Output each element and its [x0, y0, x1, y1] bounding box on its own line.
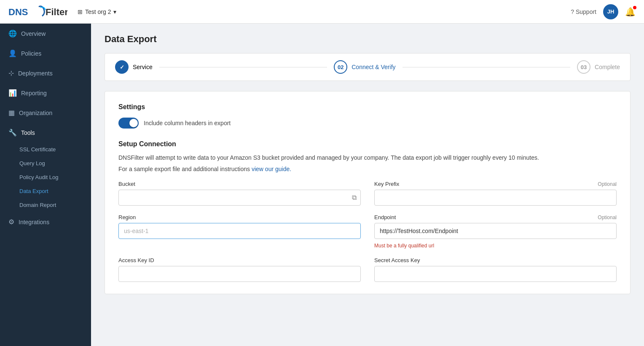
header-right: ? Support JH 🔔 — [571, 4, 636, 19]
logo[interactable]: DNS Filter — [8, 4, 67, 19]
table-icon: ▦ — [8, 109, 15, 117]
bar-chart-icon: 📊 — [8, 89, 17, 97]
svg-text:DNS: DNS — [8, 7, 28, 17]
main-content: Data Export ✓ Service 02 Connect & Verif… — [91, 24, 644, 346]
access-key-id-label: Access Key ID — [118, 257, 154, 263]
step-connect-verify-label: Connect & Verify — [352, 64, 395, 70]
secret-access-key-field-group: Secret Access Key — [374, 257, 617, 282]
svg-text:Filter: Filter — [46, 7, 67, 17]
sidebar-item-policy-audit-log[interactable]: Policy Audit Log — [0, 170, 91, 184]
bucket-input-wrapper: ⧉ — [118, 190, 361, 206]
settings-title: Settings — [118, 103, 617, 111]
access-key-id-input[interactable] — [118, 266, 361, 282]
key-prefix-label: Key Prefix — [374, 181, 399, 187]
region-label: Region — [118, 214, 136, 220]
header: DNS Filter ⊞ Test org 2 ▾ ? Support JH 🔔 — [0, 0, 644, 24]
connection-form: Bucket ⧉ Key Prefix Optional — [118, 181, 617, 282]
step-service-label: Service — [133, 64, 153, 70]
column-headers-toggle[interactable] — [118, 118, 139, 129]
sidebar-item-ssl-certificate[interactable]: SSL Certificate — [0, 142, 91, 156]
user-avatar[interactable]: JH — [603, 4, 618, 19]
secret-access-key-label: Secret Access Key — [374, 257, 420, 263]
settings-section: Settings Include column headers in expor… — [118, 103, 617, 129]
access-key-id-field-group: Access Key ID — [118, 257, 361, 282]
region-field-group: Region — [118, 214, 361, 249]
support-button[interactable]: ? Support — [571, 8, 596, 15]
step-complete-circle: 03 — [577, 60, 590, 74]
endpoint-hint: Must be a fully qualified url — [374, 243, 617, 249]
settings-card: Settings Include column headers in expor… — [105, 91, 631, 294]
endpoint-optional: Optional — [598, 215, 617, 220]
org-name: Test org 2 — [85, 8, 111, 15]
sidebar-item-tools[interactable]: 🔧 Tools — [0, 123, 91, 142]
key-prefix-field-group: Key Prefix Optional — [374, 181, 617, 206]
notification-dot — [633, 6, 636, 9]
key-prefix-optional: Optional — [598, 181, 617, 187]
sidebar-item-integrations[interactable]: ⚙ Integrations — [0, 212, 91, 232]
endpoint-input[interactable] — [374, 223, 617, 239]
setup-connection-title: Setup Connection — [118, 140, 617, 148]
bucket-label: Bucket — [118, 181, 135, 187]
toggle-row: Include column headers in export — [118, 118, 617, 129]
step-connect-verify: 02 Connect & Verify — [334, 60, 395, 74]
secret-access-key-input[interactable] — [374, 266, 617, 282]
bucket-field-group: Bucket ⧉ — [118, 181, 361, 206]
notifications-button[interactable]: 🔔 — [625, 7, 636, 17]
monitor-icon: ⊞ — [78, 8, 83, 15]
sidebar-item-deployments[interactable]: ⊹ Deployments — [0, 63, 91, 83]
step-connector-1 — [159, 67, 327, 67]
guide-link[interactable]: view our guide. — [252, 166, 291, 172]
question-icon: ? — [571, 8, 574, 15]
bucket-input[interactable] — [118, 190, 361, 206]
sidebar-item-domain-report[interactable]: Domain Report — [0, 198, 91, 212]
copy-icon: ⧉ — [352, 194, 357, 201]
setup-description-1: DNSFilter will attempt to write data to … — [118, 153, 617, 162]
globe-icon: 🌐 — [8, 30, 17, 38]
toggle-label: Include column headers in export — [144, 120, 231, 126]
sidebar-item-policies[interactable]: 👤 Policies — [0, 43, 91, 63]
key-prefix-input[interactable] — [374, 190, 617, 206]
network-icon: ⊹ — [8, 69, 14, 77]
chevron-down-icon: ▾ — [113, 8, 116, 15]
sidebar-item-organization[interactable]: ▦ Organization — [0, 103, 91, 123]
step-connect-verify-circle: 02 — [334, 60, 347, 74]
tools-submenu: SSL Certificate Query Log Policy Audit L… — [0, 142, 91, 212]
step-complete: 03 Complete — [577, 60, 620, 74]
step-connector-2 — [402, 67, 571, 67]
integrations-icon: ⚙ — [8, 218, 14, 226]
page-title: Data Export — [105, 34, 631, 45]
wrench-icon: 🔧 — [8, 129, 17, 137]
endpoint-field-group: Endpoint Optional Must be a fully qualif… — [374, 214, 617, 249]
sidebar-item-reporting[interactable]: 📊 Reporting — [0, 83, 91, 103]
setup-connection-section: Setup Connection DNSFilter will attempt … — [118, 140, 617, 282]
endpoint-label: Endpoint — [374, 214, 396, 220]
sidebar-item-query-log[interactable]: Query Log — [0, 156, 91, 170]
org-selector[interactable]: ⊞ Test org 2 ▾ — [78, 8, 116, 15]
stepper: ✓ Service 02 Connect & Verify 03 Complet… — [105, 53, 631, 81]
user-icon: 👤 — [8, 49, 17, 57]
header-left: DNS Filter ⊞ Test org 2 ▾ — [8, 4, 116, 19]
step-complete-label: Complete — [595, 64, 620, 70]
sidebar-item-data-export[interactable]: Data Export — [0, 184, 91, 198]
layout: 🌐 Overview 👤 Policies ⊹ Deployments 📊 Re… — [0, 24, 644, 346]
step-service-circle: ✓ — [115, 60, 129, 74]
sidebar-item-overview[interactable]: 🌐 Overview — [0, 24, 91, 43]
sidebar: 🌐 Overview 👤 Policies ⊹ Deployments 📊 Re… — [0, 24, 91, 346]
step-service: ✓ Service — [115, 60, 153, 74]
setup-description-2: For a sample export file and additional … — [118, 166, 617, 172]
region-input[interactable] — [118, 223, 361, 239]
checkmark-icon: ✓ — [120, 64, 124, 70]
